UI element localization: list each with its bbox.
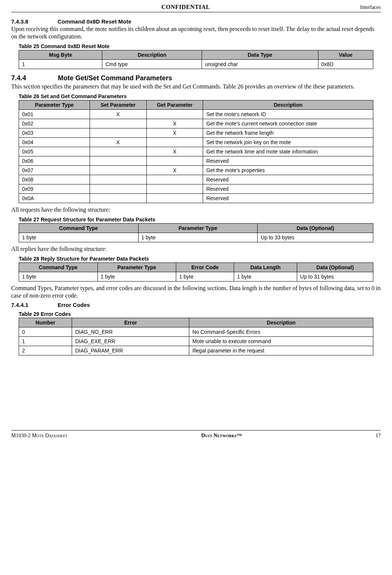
cell: Reserved	[203, 175, 373, 184]
table26-h1: Set Parameter	[90, 100, 146, 110]
cell: 0x02	[19, 119, 90, 128]
cell: X	[90, 138, 146, 147]
cell: DIAG_NO_ERR	[72, 327, 189, 337]
cell: X	[146, 119, 203, 128]
cell: X	[146, 128, 203, 138]
table27-caption: Table 27 Request Structure for Parameter…	[19, 217, 381, 223]
cell	[90, 147, 146, 156]
footer-left: M1030-2 Mote Datasheet	[11, 433, 68, 439]
table26: Parameter Type Set Parameter Get Paramet…	[19, 100, 373, 203]
table28-h1: Parameter Type	[97, 263, 176, 272]
requests-text: All requests have the following structur…	[11, 206, 381, 214]
table29: Number Error Description 0DIAG_NO_ERRNo …	[19, 318, 373, 355]
table25-h3: Value	[318, 50, 373, 60]
cell: Mote unable to execute command	[189, 337, 373, 346]
cell: DIAG_EXE_ERR	[72, 337, 189, 346]
table-row: 0x03XGet the network frame length	[19, 128, 373, 138]
table-row: 1 byte 1 byte Up to 33 bytes	[19, 233, 373, 242]
page-footer: M1030-2 Mote Datasheet Dust Networks™ 17	[11, 430, 381, 439]
table26-h2: Get Parameter	[146, 100, 203, 110]
cell	[90, 175, 146, 184]
table25-caption: Table 25 Command 0x8D Reset Mote	[19, 43, 381, 49]
cell: 1	[19, 337, 72, 346]
table26-caption: Table 26 Set and Get Command Parameters	[19, 93, 381, 99]
cell: 0x06	[19, 156, 90, 166]
cell	[90, 184, 146, 194]
heading-title: Mote Get/Set Command Parameters	[58, 74, 172, 82]
cell: Set the mote's network ID	[203, 110, 373, 119]
replies-text: All replies have the following structure…	[11, 245, 381, 253]
cell: Up to 31 bytes	[297, 272, 373, 282]
cell: DIAG_PARAM_ERR	[72, 346, 189, 355]
cell	[146, 110, 203, 119]
cell: 1 byte	[176, 272, 234, 282]
cell	[146, 156, 203, 166]
table-row: 0x0AReserved	[19, 194, 373, 203]
cell: Get the mote's current network connectio…	[203, 119, 373, 128]
cell: 0x0A	[19, 194, 90, 203]
cell: 0x8D	[318, 60, 373, 69]
cell: 0x03	[19, 128, 90, 138]
cell: Reserved	[203, 194, 373, 203]
cell: 1 byte	[138, 233, 258, 242]
cell: 1	[19, 60, 102, 69]
table-row: 0x06Reserved	[19, 156, 373, 166]
body-744: This section specifies the parameters th…	[11, 83, 381, 90]
cell: Get the mote's properties	[203, 166, 373, 175]
table29-h2: Description	[189, 318, 373, 327]
table29-h0: Number	[19, 318, 72, 327]
cell: 0x01	[19, 110, 90, 119]
table28-h4: Data (Optional)	[297, 263, 373, 272]
cell: Reserved	[203, 184, 373, 194]
table-row: 0x07XGet the mote's properties	[19, 166, 373, 175]
cell: 0x09	[19, 184, 90, 194]
table26-h3: Description	[203, 100, 373, 110]
cell	[146, 184, 203, 194]
table-row: 0DIAG_NO_ERRNo Command-Specific Errors	[19, 327, 373, 337]
header-confidential: CONFIDENTIAL	[161, 4, 210, 10]
cell	[90, 166, 146, 175]
table27: Command Type Parameter Type Data (Option…	[19, 223, 373, 242]
cell: 0x08	[19, 175, 90, 184]
cell	[90, 119, 146, 128]
cell: X	[90, 110, 146, 119]
table-row: 0x02XGet the mote's current network conn…	[19, 119, 373, 128]
cell: No Command-Specific Errors	[189, 327, 373, 337]
cell: 0x05	[19, 147, 90, 156]
cell: Illegal parameter in the request	[189, 346, 373, 355]
cell: 1 byte	[97, 272, 176, 282]
table-row: 0x05XGet the network time and mote state…	[19, 147, 373, 156]
table27-h2: Data (Optional)	[258, 224, 373, 233]
heading-num: 7.4.4.1	[11, 302, 56, 308]
heading-title: Command 0x8D Reset Mote	[57, 18, 131, 25]
cell	[146, 194, 203, 203]
table28-h0: Command Type	[19, 263, 98, 272]
cell: X	[146, 147, 203, 156]
cell: Cmd type	[102, 60, 202, 69]
footer-center: Dust Networks™	[201, 433, 242, 439]
cell: X	[146, 166, 203, 175]
cmd-types-text: Command Types, Parameter types, and erro…	[11, 285, 381, 299]
header-section: Interfaces	[360, 4, 381, 10]
heading-num: 7.4.4	[11, 74, 56, 82]
table29-h1: Error	[72, 318, 189, 327]
cell	[90, 194, 146, 203]
heading-744: 7.4.4 Mote Get/Set Command Parameters	[11, 74, 381, 82]
table28: Command Type Parameter Type Error Code D…	[19, 262, 373, 282]
footer-pagenum: 17	[376, 433, 381, 439]
cell	[90, 156, 146, 166]
cell: Up to 33 bytes	[258, 233, 373, 242]
cell	[146, 175, 203, 184]
cell: 0x04	[19, 138, 90, 147]
cell: 1 byte	[234, 272, 297, 282]
table-row: 2DIAG_PARAM_ERRIllegal parameter in the …	[19, 346, 373, 355]
cell: 0x07	[19, 166, 90, 175]
table27-h1: Parameter Type	[138, 224, 258, 233]
heading-7441: 7.4.4.1 Error Codes	[11, 302, 381, 308]
table25: Msg Byte Description Data Type Value 1 C…	[19, 50, 373, 69]
table-row: 1DIAG_EXE_ERRMote unable to execute comm…	[19, 337, 373, 346]
table28-h3: Data Length	[234, 263, 297, 272]
table29-caption: Table 29 Error Codes	[19, 311, 381, 317]
body-74308: Upon receiving this command, the mote no…	[11, 25, 381, 40]
page-header: CONFIDENTIAL Interfaces	[11, 0, 381, 12]
